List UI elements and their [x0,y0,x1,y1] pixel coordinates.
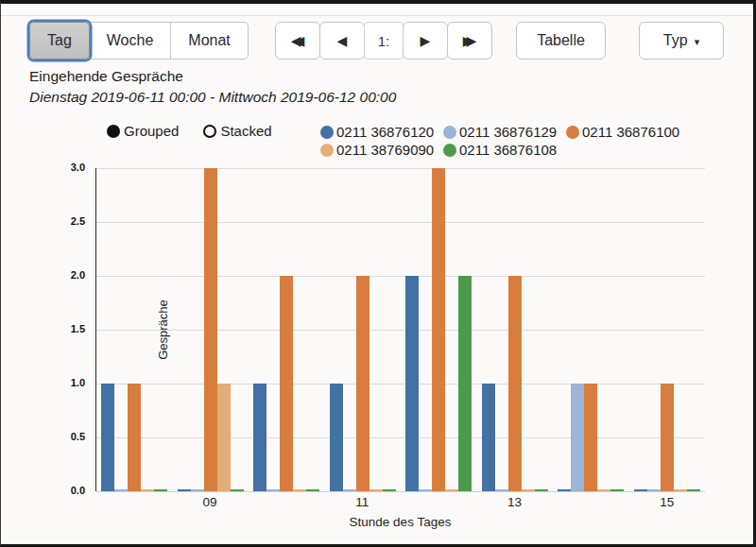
legend-item-3[interactable]: 0211 38769090 [320,141,443,159]
bar-0211-36876129-h15[interactable] [647,489,661,491]
legend-label: 0211 38769090 [336,142,434,158]
table-button[interactable]: Tabelle [516,22,606,60]
x-axis-tick-labels: 09111315 [95,495,705,509]
bar-group-hour-11 [325,168,402,491]
x-tick-label [248,495,324,509]
bar-0211-36876108-h09[interactable] [231,489,244,491]
left-triangle-icon: ◀ [337,33,348,48]
y-axis-tick-labels: 0.00.51.01.52.02.53.0 [50,168,90,491]
tab-week[interactable]: Woche [89,22,172,60]
tab-month[interactable]: Monat [170,22,248,60]
y-tick-label: 3.0 [71,162,85,173]
date-range-subtitle: Dienstag 2019-06-11 00:00 - Mittwoch 201… [29,89,396,106]
y-tick-label: 0.5 [71,431,85,442]
x-tick-label: 11 [324,495,401,509]
bar-0211-38769090-h10[interactable] [293,489,306,491]
x-tick-label: 09 [172,495,249,509]
legend-item-4[interactable]: 0211 36876108 [443,141,566,159]
bar-0211-36876100-h08[interactable] [128,384,141,491]
mode-option-stacked[interactable]: Stacked [203,123,271,139]
bar-0211-36876108-h11[interactable] [383,489,396,491]
backward-button[interactable]: ◀ [319,22,365,60]
gridline [96,491,705,492]
double-left-triangle-icon: ◀◀ [291,33,299,48]
bar-0211-36876120-h12[interactable] [405,276,419,491]
bar-0211-38769090-h15[interactable] [674,489,687,491]
radio-unselected-icon [203,125,216,138]
y-tick-label: 1.0 [71,377,85,388]
bar-0211-38769090-h14[interactable] [597,489,610,491]
fast-backward-button[interactable]: ◀◀ [275,22,320,60]
bar-0211-36876120-h13[interactable] [482,384,495,491]
legend-label: 0211 36876100 [582,124,679,140]
bar-mode-toggle: Grouped Stacked [107,123,272,139]
bar-group-hour-12 [401,168,477,491]
legend-label: 0211 36876129 [459,124,557,140]
mode-grouped-label: Grouped [124,123,179,139]
bar-0211-36876120-h08[interactable] [101,384,114,491]
x-tick-label [401,495,477,509]
period-button-group: Tag Woche Monat [29,22,249,60]
bar-0211-36876108-h15[interactable] [687,489,700,491]
bar-0211-38769090-h12[interactable] [445,489,458,491]
bar-0211-36876129-h09[interactable] [191,489,204,491]
double-right-triangle-icon: ▶▶ [463,33,471,48]
bar-chart-plot-area [95,168,705,491]
y-tick-label: 2.0 [71,269,85,281]
fast-forward-button[interactable]: ▶▶ [447,22,492,60]
bar-0211-36876100-h15[interactable] [661,384,674,491]
type-dropdown-label: Typ [663,32,688,49]
bar-0211-36876100-h10[interactable] [280,276,293,491]
legend-swatch-icon [566,126,579,139]
bar-0211-38769090-h13[interactable] [522,489,535,491]
legend-swatch-icon [443,144,456,157]
bar-0211-36876100-h09[interactable] [204,168,217,491]
legend-item-2[interactable]: 0211 36876100 [566,123,689,141]
bar-0211-36876129-h13[interactable] [495,489,508,491]
bar-0211-36876120-h10[interactable] [253,384,266,491]
x-axis-title: Stunde des Tages [95,515,705,529]
date-input[interactable]: 1: [364,22,404,60]
legend-item-1[interactable]: 0211 36876129 [443,123,566,141]
bar-0211-36876129-h08[interactable] [114,489,128,491]
bar-0211-36876100-h11[interactable] [356,276,369,491]
report-window: Tag Woche Monat ◀◀ ◀ 1: ▶ ▶▶ Tabelle Typ… [0,0,756,547]
bar-0211-36876100-h13[interactable] [508,276,522,491]
bar-0211-36876108-h13[interactable] [535,489,548,491]
x-tick-label [553,495,629,509]
mode-option-grouped[interactable]: Grouped [107,123,179,139]
bar-0211-36876129-h11[interactable] [343,489,356,491]
bar-0211-36876100-h12[interactable] [432,168,445,491]
mode-stacked-label: Stacked [220,123,271,139]
bar-0211-36876108-h08[interactable] [154,489,167,491]
type-dropdown-button[interactable]: Typ ▾ [639,22,724,60]
bar-0211-38769090-h11[interactable] [369,489,383,491]
bar-0211-36876108-h10[interactable] [306,489,319,491]
bar-group-hour-10 [249,168,325,491]
forward-button[interactable]: ▶ [403,22,448,60]
page-title: Eingehende Gespräche [29,68,183,85]
bar-0211-36876108-h12[interactable] [458,276,472,491]
legend-label: 0211 36876120 [336,124,434,140]
bar-0211-36876129-h14[interactable] [571,384,584,491]
bar-0211-36876120-h09[interactable] [178,489,191,491]
x-tick-label [95,495,172,509]
bar-group-hour-14 [553,168,629,491]
bar-0211-36876129-h12[interactable] [419,489,432,491]
bar-0211-36876120-h11[interactable] [330,384,343,491]
y-tick-label: 0.0 [71,485,85,496]
bar-0211-38769090-h08[interactable] [141,489,154,491]
bar-0211-36876108-h14[interactable] [610,489,624,491]
bar-group-hour-15 [629,168,706,491]
tab-day[interactable]: Tag [29,22,90,60]
legend-item-0[interactable]: 0211 36876120 [320,123,443,141]
bar-group-hour-13 [477,168,554,491]
legend-label: 0211 36876108 [459,142,557,158]
bar-0211-36876120-h15[interactable] [634,489,647,491]
bar-0211-38769090-h09[interactable] [217,384,231,491]
y-tick-label: 2.5 [71,215,85,227]
bar-0211-36876120-h14[interactable] [558,489,571,491]
bar-0211-36876129-h10[interactable] [266,489,280,491]
y-tick-label: 1.5 [71,323,85,334]
bar-0211-36876100-h14[interactable] [584,384,597,491]
